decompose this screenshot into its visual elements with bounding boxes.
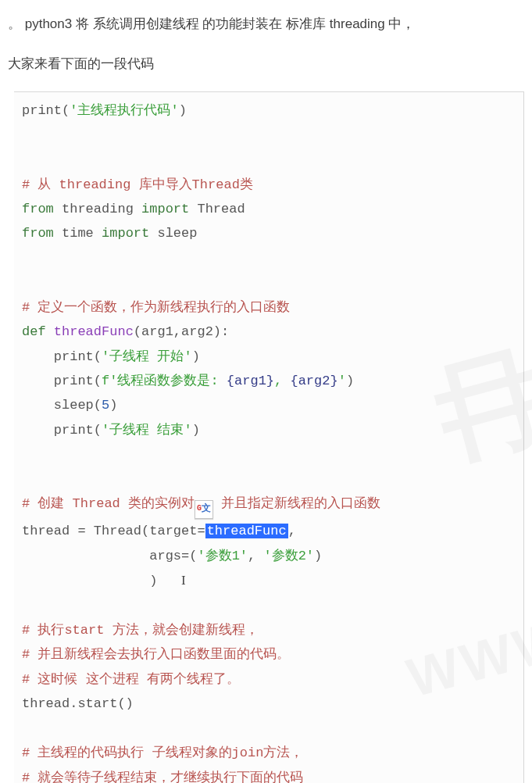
code-line: thread.start() (22, 692, 523, 716)
code-blank (22, 467, 523, 492)
code-line: def threadFunc(arg1,arg2): (22, 320, 523, 344)
intro-line-2: 大家来看下面的一段代码 (8, 52, 524, 77)
code-line: from time import sleep (22, 221, 523, 245)
code-comment: # 这时候 这个进程 有两个线程了。 (22, 667, 523, 692)
code-comment: # 执行start 方法，就会创建新线程， (22, 618, 523, 642)
code-blank (22, 270, 523, 295)
code-block: 冄 WWW print('主线程执行代码') # 从 threading 库中导… (14, 91, 524, 783)
code-blank (22, 717, 523, 741)
code-blank (22, 594, 523, 618)
translate-icon[interactable]: G文 (195, 500, 213, 519)
code-blank (22, 246, 523, 270)
code-line: print(f'线程函数参数是: {arg1}, {arg2}') (22, 369, 523, 393)
code-line: args=('参数1', '参数2') (22, 544, 523, 568)
intro-text-1: python3 将 系统调用创建线程 的功能封装在 标准库 threading … (25, 16, 416, 31)
selected-text[interactable]: threadFunc (205, 524, 288, 538)
code-comment: # 就会等待子线程结束，才继续执行下面的代码 (22, 766, 523, 783)
code-line: print('主线程执行代码') (22, 98, 523, 123)
code-line: print('子线程 开始') (22, 345, 523, 369)
code-line: sleep(5) (22, 393, 523, 417)
code-blank (22, 148, 523, 172)
intro-bullet: 。 (8, 16, 21, 31)
text-cursor-icon: I (181, 568, 189, 592)
code-comment: # 并且新线程会去执行入口函数里面的代码。 (22, 642, 523, 667)
code-line: thread = Thread(target=threadFunc, (22, 519, 523, 543)
code-comment: # 创建 Thread 类的实例对G文 并且指定新线程的入口函数 (22, 492, 523, 519)
code-comment: # 定义一个函数，作为新线程执行的入口函数 (22, 295, 523, 320)
code-line: print('子线程 结束') (22, 418, 523, 442)
code-comment: # 从 threading 库中导入Thread类 (22, 173, 523, 197)
intro-line-1: 。 python3 将 系统调用创建线程 的功能封装在 标准库 threadin… (8, 13, 524, 37)
code-blank (22, 442, 523, 467)
code-line: from threading import Thread (22, 197, 523, 221)
code-line: ) I (22, 568, 523, 593)
code-comment: # 主线程的代码执行 子线程对象的join方法， (22, 741, 523, 765)
code-blank (22, 123, 523, 148)
